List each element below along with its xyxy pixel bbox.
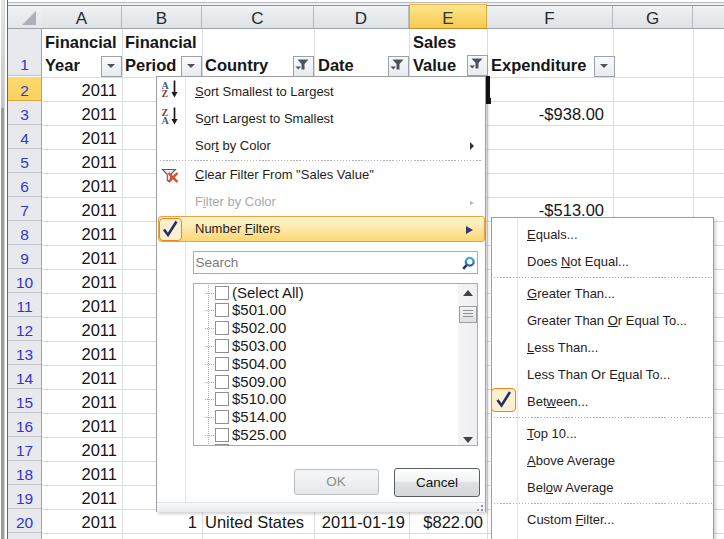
svg-text:A: A	[162, 115, 170, 126]
svg-text:Z: Z	[162, 88, 169, 99]
